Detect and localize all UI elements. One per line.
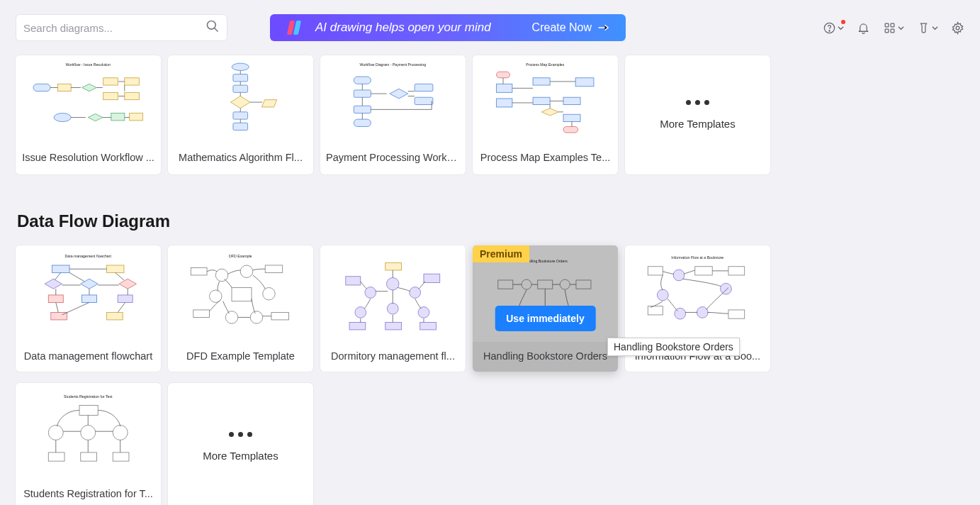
card-thumbnail: Workflow - Issue Resolution: [16, 55, 161, 143]
svg-text:Data management flowchart: Data management flowchart: [65, 254, 112, 258]
svg-text:DFD Example: DFD Example: [229, 254, 252, 258]
card-title: Students Registration for T...: [16, 479, 161, 505]
template-card[interactable]: Workflow Diagram - Payment Processing Pa…: [320, 55, 466, 174]
svg-text:Workflow - Issue Resolution: Workflow - Issue Resolution: [66, 62, 111, 67]
more-templates-label: More Templates: [660, 118, 735, 130]
svg-rect-8: [891, 29, 894, 33]
svg-rect-49: [52, 265, 69, 272]
svg-point-68: [226, 311, 238, 323]
svg-rect-38: [497, 72, 510, 78]
svg-rect-98: [728, 267, 745, 275]
svg-rect-21: [130, 113, 143, 121]
svg-rect-65: [232, 287, 252, 301]
svg-text:Process Map Examples: Process Map Examples: [526, 62, 565, 67]
settings-icon[interactable]: [951, 21, 964, 35]
card-thumbnail: [168, 55, 313, 143]
svg-point-4: [829, 30, 830, 30]
svg-point-75: [387, 277, 399, 289]
svg-rect-14: [103, 78, 118, 85]
chevron-down-icon: [930, 21, 938, 34]
arrow-right-icon: [597, 23, 610, 32]
grid-data-flow: Data management flowchart Data managemen…: [16, 245, 964, 372]
search-box[interactable]: [16, 14, 227, 41]
apps-icon[interactable]: [883, 21, 904, 35]
svg-rect-39: [497, 84, 512, 93]
svg-rect-55: [82, 295, 97, 302]
search-icon[interactable]: [205, 19, 220, 36]
more-templates-card[interactable]: More Templates: [625, 55, 770, 174]
card-thumbnail: Process Map Examples: [473, 55, 618, 143]
svg-rect-95: [648, 267, 663, 275]
svg-rect-17: [125, 93, 140, 100]
svg-point-62: [241, 265, 253, 277]
svg-rect-60: [191, 267, 208, 274]
card-title: Payment Processing Workfl...: [320, 143, 466, 173]
use-immediately-button[interactable]: Use immediately: [495, 306, 596, 331]
svg-rect-58: [107, 312, 123, 319]
svg-point-0: [208, 21, 216, 30]
svg-rect-97: [695, 267, 712, 275]
svg-rect-26: [233, 112, 248, 119]
ai-banner[interactable]: AI drawing helps open your mind Create N…: [270, 14, 626, 41]
svg-marker-45: [541, 109, 558, 116]
search-input[interactable]: [23, 22, 205, 34]
card-thumbnail: Information Flow at a Bookstore: [625, 245, 770, 342]
template-card[interactable]: Dormitory management fl...: [320, 245, 466, 372]
svg-point-109: [113, 425, 128, 440]
svg-rect-44: [563, 97, 580, 104]
template-card[interactable]: Students Registration for Test Students …: [16, 383, 161, 505]
template-card[interactable]: Mathematics Algorithm Fl...: [168, 55, 313, 174]
more-templates-card[interactable]: More Templates: [168, 383, 313, 505]
template-card[interactable]: DFD Example DFD Example Template: [168, 245, 313, 372]
svg-point-18: [54, 113, 71, 122]
template-card-hovered[interactable]: Premium Handling Bookstore Orders Use im…: [473, 245, 618, 372]
svg-point-61: [216, 269, 228, 281]
chevron-down-icon: [896, 21, 904, 34]
svg-point-85: [522, 279, 531, 289]
svg-text:Handling Bookstore Orders: Handling Bookstore Orders: [523, 259, 568, 263]
svg-rect-35: [354, 106, 371, 113]
svg-point-99: [658, 289, 669, 301]
card-thumbnail: Workflow Diagram - Payment Processing: [320, 55, 466, 143]
ai-logo-icon: [288, 21, 303, 35]
svg-marker-32: [390, 89, 408, 99]
banner-text: AI drawing helps open your mind: [315, 21, 491, 35]
svg-text:Workflow Diagram - Payment Pro: Workflow Diagram - Payment Processing: [360, 62, 427, 67]
svg-rect-5: [885, 23, 889, 27]
svg-rect-11: [33, 84, 50, 91]
svg-rect-71: [346, 277, 361, 285]
svg-point-69: [250, 311, 262, 323]
svg-rect-86: [538, 280, 553, 289]
theme-icon[interactable]: [917, 21, 938, 35]
svg-rect-110: [49, 453, 65, 461]
svg-text:Students Registration for Test: Students Registration for Test: [64, 394, 113, 399]
card-title: Data management flowchart: [16, 342, 161, 372]
svg-rect-20: [111, 113, 125, 121]
card-title: Process Map Examples Te...: [473, 143, 618, 173]
svg-rect-24: [233, 85, 248, 92]
bell-icon[interactable]: [857, 21, 870, 35]
svg-line-1: [215, 28, 218, 32]
svg-point-103: [697, 306, 709, 318]
template-card[interactable]: Data management flowchart Data managemen…: [16, 245, 161, 372]
card-title: Dormitory management fl...: [320, 342, 466, 372]
svg-rect-23: [233, 74, 248, 82]
help-icon[interactable]: [823, 21, 844, 35]
svg-rect-47: [563, 127, 578, 133]
svg-point-108: [81, 425, 96, 440]
template-card[interactable]: Workflow - Issue Resolution Issue Resolu…: [16, 55, 161, 174]
svg-rect-6: [891, 23, 894, 27]
card-title: Handling Bookstore Orders: [473, 342, 618, 372]
svg-rect-30: [354, 77, 371, 84]
svg-text:Information Flow at a Bookstor: Information Flow at a Bookstore: [672, 255, 724, 260]
svg-rect-40: [533, 78, 550, 85]
grid-data-flow-row3: Students Registration for Test Students …: [16, 383, 964, 505]
svg-rect-46: [563, 114, 580, 121]
svg-rect-84: [498, 280, 513, 289]
template-card[interactable]: Process Map Examples Process Map Example…: [473, 55, 618, 174]
card-thumbnail: Data management flowchart: [16, 245, 161, 342]
svg-rect-88: [576, 280, 591, 289]
create-now-button[interactable]: Create Now: [532, 21, 610, 34]
card-thumbnail: DFD Example: [168, 245, 313, 342]
svg-rect-41: [575, 78, 594, 87]
